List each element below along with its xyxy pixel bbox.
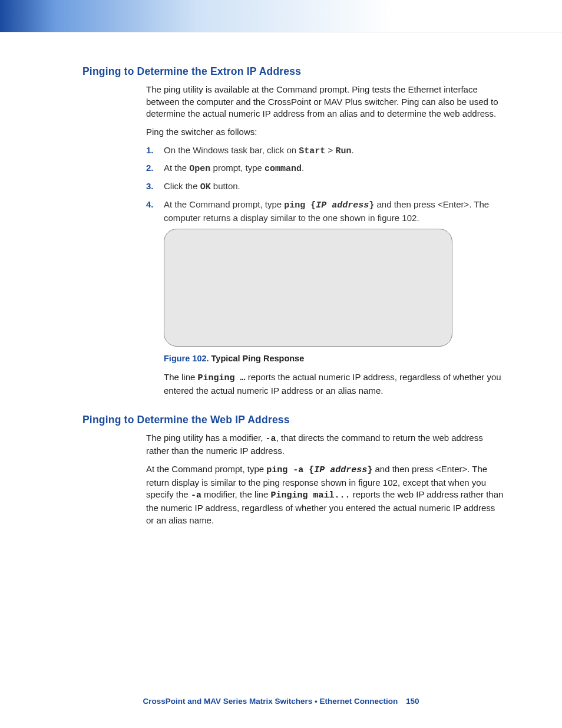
- code-open: Open: [189, 164, 210, 174]
- after-figure-paragraph: The line Pinging … reports the actual nu…: [164, 371, 504, 397]
- section-heading-extron-ip: Pinging to Determine the Extron IP Addre…: [82, 65, 504, 78]
- step-number: 4.: [146, 199, 154, 211]
- code-a-modifier-2: -a: [191, 490, 201, 500]
- footer-page-number: 150: [406, 697, 419, 706]
- lead-paragraph: Ping the switcher as follows:: [146, 126, 504, 139]
- section-heading-web-ip: Pinging to Determine the Web IP Address: [82, 414, 504, 426]
- code-pinging: Pinging …: [198, 373, 246, 383]
- step-text: At the Open prompt, type command.: [164, 163, 304, 173]
- code-ok: OK: [200, 182, 211, 192]
- code-ip-address-2: IP address: [314, 465, 367, 475]
- code-start: Start: [299, 146, 325, 156]
- page-footer: CrossPoint and MAV Series Matrix Switche…: [0, 697, 562, 706]
- step-4: 4. At the Command prompt, type ping {IP …: [146, 199, 504, 224]
- code-ping-close: }: [369, 200, 374, 210]
- footer-section: Ethernet Connection: [320, 697, 398, 706]
- step-number: 3.: [146, 180, 154, 193]
- code-run: Run: [335, 146, 351, 156]
- web-ip-p1: The ping utility has a modifier, -a, tha…: [146, 432, 504, 457]
- page-content: Pinging to Determine the Extron IP Addre…: [0, 33, 562, 526]
- step-text: Click the OK button.: [164, 181, 240, 191]
- figure-label: Figure 102.: [164, 354, 209, 363]
- step-number: 2.: [146, 162, 154, 174]
- step-number: 1.: [146, 144, 154, 157]
- code-ping-open: ping {: [284, 200, 316, 210]
- code-a-modifier: -a: [266, 434, 276, 444]
- figure-102-caption: Figure 102. Typical Ping Response: [164, 354, 504, 363]
- footer-product: CrossPoint and MAV Series Matrix Switche…: [143, 697, 312, 706]
- code-ping-a-close: }: [367, 465, 372, 475]
- intro-paragraph: The ping utility is available at the Com…: [146, 84, 504, 120]
- steps-list: 1. On the Windows task bar, click on Sta…: [146, 144, 504, 224]
- step-2: 2. At the Open prompt, type command.: [146, 162, 504, 176]
- figure-title: Typical Ping Response: [211, 354, 305, 363]
- code-ping-a-open: ping -a {: [266, 465, 314, 475]
- footer-separator: •: [315, 697, 320, 706]
- step-3: 3. Click the OK button.: [146, 180, 504, 194]
- code-command: command: [265, 164, 302, 174]
- section2-body: The ping utility has a modifier, -a, tha…: [146, 432, 504, 527]
- web-ip-p2: At the Command prompt, type ping -a {IP …: [146, 463, 504, 526]
- step-text: On the Windows task bar, click on Start …: [164, 145, 354, 155]
- code-pinging-mail: Pinging mail...: [270, 490, 350, 500]
- code-ip-address: IP address: [316, 200, 369, 210]
- step-1: 1. On the Windows task bar, click on Sta…: [146, 144, 504, 158]
- header-gradient-bar: [0, 0, 562, 33]
- figure-102-placeholder: [164, 229, 452, 347]
- step-text: At the Command prompt, type ping {IP add…: [164, 199, 489, 223]
- section1-body: The ping utility is available at the Com…: [146, 84, 504, 397]
